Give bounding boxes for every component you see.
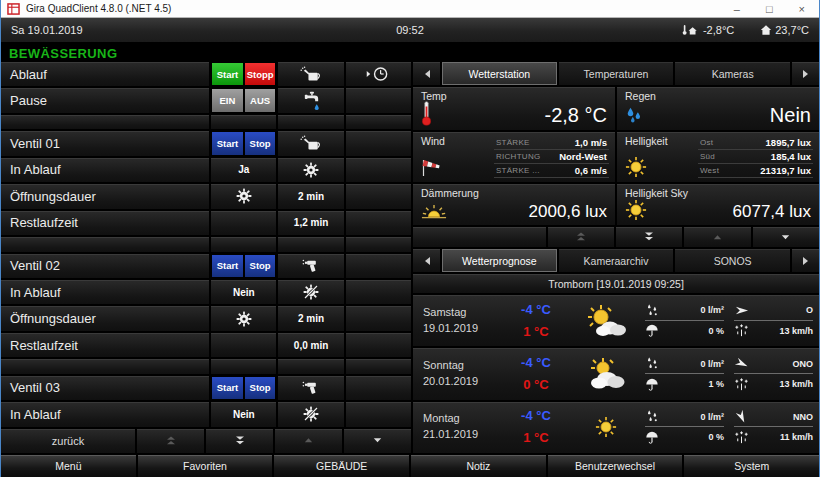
start-button[interactable]: Start bbox=[211, 376, 244, 400]
tabs-prev-button[interactable] bbox=[413, 249, 440, 272]
button-pair: StartStopp bbox=[211, 62, 276, 86]
row-cell bbox=[346, 115, 411, 129]
row-cell bbox=[346, 333, 411, 357]
stat-value: 0 l/m² bbox=[700, 305, 724, 315]
gear-icon bbox=[303, 162, 319, 178]
sprinkle-icon bbox=[734, 430, 749, 445]
sprinkle-stat: 13 km/h bbox=[734, 374, 813, 394]
sprayer-icon bbox=[302, 380, 321, 396]
tri-down-icon bbox=[372, 435, 383, 446]
gira-logo-icon bbox=[7, 2, 21, 15]
spacer-row bbox=[1, 237, 411, 251]
drops-icon bbox=[645, 409, 660, 424]
rain-value: Nein bbox=[770, 104, 811, 127]
tri-up-button[interactable] bbox=[684, 227, 750, 247]
table-row: PauseEINAUS bbox=[1, 88, 411, 112]
back-button[interactable]: zurück bbox=[1, 429, 135, 453]
dir-arrow-icon bbox=[734, 303, 749, 318]
stopp-button[interactable]: Stopp bbox=[244, 62, 277, 86]
table-row: Restlaufzeit1,2 min bbox=[1, 211, 411, 235]
forecast-tabbar: WetterprognoseKameraarchivSONOS bbox=[413, 249, 819, 272]
row-cell[interactable] bbox=[278, 402, 343, 426]
stat-value: 13 km/h bbox=[779, 326, 813, 336]
tri-down-button[interactable] bbox=[344, 429, 411, 453]
chevrons-down-button[interactable] bbox=[616, 227, 682, 247]
tabs-next-button[interactable] bbox=[792, 62, 819, 85]
menu-button-favoriten[interactable]: Favoriten bbox=[138, 455, 273, 477]
ein-button[interactable]: EIN bbox=[211, 88, 244, 112]
forecast-stats: 0 l/m²0 %O13 km/h bbox=[645, 301, 813, 341]
dir-arrow-icon bbox=[732, 407, 752, 427]
menu-button-notiz[interactable]: Notiz bbox=[411, 455, 546, 477]
tab-wetterstation[interactable]: Wetterstation bbox=[442, 62, 557, 85]
gear-off-icon bbox=[303, 406, 319, 422]
chevrons-up-button[interactable] bbox=[137, 429, 204, 453]
table-row: Ventil 01StartStop bbox=[1, 131, 411, 155]
stop-button[interactable]: Stop bbox=[244, 376, 277, 400]
minimize-button[interactable]: – bbox=[734, 2, 740, 16]
menu-button-benutzerwechsel[interactable]: Benutzerwechsel bbox=[548, 455, 683, 477]
row-cell bbox=[278, 88, 343, 112]
row-cell[interactable] bbox=[278, 280, 343, 304]
status-temps: -2,8°C 23,7°C bbox=[559, 24, 809, 36]
start-button[interactable]: Start bbox=[211, 254, 244, 278]
tab-kameraarchiv[interactable]: Kameraarchiv bbox=[559, 249, 674, 272]
stop-button[interactable]: Stop bbox=[244, 254, 277, 278]
table-row: In AblaufNein bbox=[1, 402, 411, 426]
stop-button[interactable]: Stop bbox=[244, 131, 277, 155]
table-row: Ventil 02StartStop bbox=[1, 254, 411, 278]
row-cell bbox=[346, 88, 411, 112]
menu-button-gebäude[interactable]: GEBÄUDE bbox=[274, 455, 409, 477]
maximize-button[interactable]: □ bbox=[766, 2, 773, 16]
tab-temperaturen[interactable]: Temperaturen bbox=[559, 62, 674, 85]
start-button[interactable]: Start bbox=[211, 131, 244, 155]
row-cell bbox=[346, 402, 411, 426]
sprinkle-stat: 13 km/h bbox=[734, 321, 813, 341]
row-value: 1,2 min bbox=[278, 211, 343, 235]
spacer-row bbox=[1, 359, 411, 373]
row-cell bbox=[346, 237, 411, 251]
brightness-key: Süd bbox=[700, 152, 715, 161]
page-title: BEWÄSSERUNG bbox=[1, 44, 819, 62]
aus-button[interactable]: AUS bbox=[244, 88, 277, 112]
window-title: Gira QuadClient 4.8.0 (.NET 4.5) bbox=[26, 3, 734, 14]
tab-sonos[interactable]: SONOS bbox=[675, 249, 790, 272]
row-value: Nein bbox=[211, 280, 276, 304]
row-label: Ventil 02 bbox=[1, 254, 209, 278]
row-cell[interactable] bbox=[278, 158, 343, 182]
row-cell bbox=[346, 254, 411, 278]
forecast-day-row: Samstag19.01.2019-4 °C1 °C0 l/m²0 %O13 k… bbox=[413, 295, 819, 346]
row-label bbox=[1, 237, 209, 251]
start-button[interactable]: Start bbox=[211, 62, 244, 86]
row-cell bbox=[278, 62, 343, 86]
temp-low: -4 °C bbox=[505, 299, 567, 321]
row-cell[interactable] bbox=[211, 306, 276, 330]
sprinkle-stat: 11 km/h bbox=[734, 427, 813, 447]
wind-key: STÄRKE ... bbox=[496, 166, 540, 175]
tabs-next-button[interactable] bbox=[792, 249, 819, 272]
forecast-location-header: Tromborn [19.01.2019 09:25] bbox=[413, 274, 819, 293]
row-cell[interactable] bbox=[211, 184, 276, 208]
day-date: 21.01.2019 bbox=[423, 427, 505, 443]
menu-button-menü[interactable]: Menü bbox=[1, 455, 136, 477]
close-button[interactable]: × bbox=[799, 2, 805, 16]
row-value: Ja bbox=[211, 158, 276, 182]
row-cell bbox=[346, 280, 411, 304]
tab-wetterprognose[interactable]: Wetterprognose bbox=[442, 249, 557, 272]
wind-value: 1,0 m/s bbox=[575, 137, 607, 148]
stat-col: 0 l/m²0 % bbox=[645, 301, 724, 341]
brightness-value: 185,4 lux bbox=[771, 151, 811, 162]
sun-cloud-icon bbox=[567, 304, 645, 338]
status-bar: Sa 19.01.2019 09:52 -2,8°C 23,7°C bbox=[1, 18, 819, 44]
tab-kameras[interactable]: Kameras bbox=[675, 62, 790, 85]
row-cell bbox=[346, 211, 411, 235]
tri-up-button[interactable] bbox=[275, 429, 342, 453]
gira-quadclient-window: Gira QuadClient 4.8.0 (.NET 4.5) –□× Sa … bbox=[0, 0, 820, 477]
stat-col: 0 l/m²1 % bbox=[645, 354, 724, 394]
tri-down-button[interactable] bbox=[753, 227, 819, 247]
chevrons-down-button[interactable] bbox=[206, 429, 273, 453]
tabs-prev-button[interactable] bbox=[413, 62, 440, 85]
day-date: 20.01.2019 bbox=[423, 374, 505, 390]
chevrons-up-button[interactable] bbox=[548, 227, 614, 247]
menu-button-system[interactable]: System bbox=[684, 455, 819, 477]
